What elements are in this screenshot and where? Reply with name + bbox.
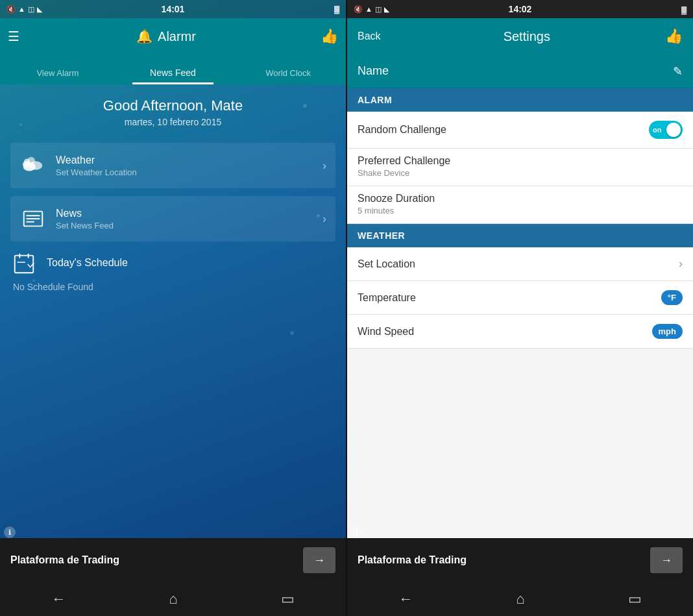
set-location-label: Set Location [358,258,679,270]
news-card-title: News [56,208,313,219]
news-card-subtitle: Set News Feed [56,221,313,230]
signal-icon: ◣ [37,5,42,14]
right-mute-icon: 🔇 [354,5,363,14]
right-battery-icon: ▓ [681,5,687,14]
date-text: martes, 10 febrero 2015 [10,117,335,127]
right-status-icons-left: 🔇 ▲ ◫ ◣ [354,5,389,14]
right-ad-arrow-icon: → [661,554,672,567]
snooze-duration-row[interactable]: Snooze Duration 5 minutes [347,186,693,224]
news-card[interactable]: News Set News Feed › [10,196,335,241]
right-ad-info-icon: ℹ [351,526,363,538]
sim-icon: ◫ [28,5,34,14]
random-challenge-toggle[interactable]: on [649,121,683,139]
left-main-content: Good Afternoon, Mate martes, 10 febrero … [0,84,346,538]
left-status-time: 14:01 [162,4,185,14]
set-location-arrow-icon: › [679,257,683,271]
svg-point-4 [27,157,34,164]
right-signal-icon: ◣ [384,5,389,14]
toggle-knob [666,123,681,137]
nav-back-icon[interactable]: ← [51,591,66,608]
right-top-bar: Back Settings 👍 [347,18,693,55]
like-icon-left[interactable]: 👍 [321,28,338,45]
right-nav-recents-icon[interactable]: ▭ [628,591,642,608]
wifi-icon: ▲ [18,5,25,13]
right-ad-text: Plataforma de Trading [358,554,650,566]
preferred-challenge-label: Preferred Challenge [358,155,683,167]
right-panel: 🔇 ▲ ◫ ◣ 14:02 ▓ Back Settings 👍 Name ✎ A… [347,0,693,616]
right-nav-home-icon[interactable]: ⌂ [516,591,524,608]
preferred-challenge-row[interactable]: Preferred Challenge Shake Device [347,149,693,186]
right-status-time: 14:02 [509,4,532,14]
news-card-arrow: › [322,212,326,226]
right-status-bar: 🔇 ▲ ◫ ◣ 14:02 ▓ [347,0,693,18]
left-ad-button[interactable]: → [303,547,335,573]
schedule-title: Today's Schedule [47,257,128,269]
random-challenge-row[interactable]: Random Challenge on [347,112,693,149]
name-label: Name [358,64,673,78]
alarm-section-header: ALARM [347,88,693,112]
left-nav-bar: ← ⌂ ▭ [0,582,346,616]
weather-card-text: Weather Set Weather Location [56,154,313,177]
snooze-duration-label: Snooze Duration [358,193,683,204]
random-challenge-label: Random Challenge [358,124,649,136]
left-status-bar: 🔇 ▲ ◫ ◣ 14:01 ▓ [0,0,346,18]
news-card-text: News Set News Feed [56,208,313,230]
right-like-icon[interactable]: 👍 [665,28,683,45]
temperature-row[interactable]: Temperature °F [347,281,693,315]
tab-view-alarm[interactable]: View Alarm [0,68,116,84]
greeting-text: Good Afternoon, Mate [10,97,335,114]
snooze-duration-sublabel: 5 minutes [358,206,683,216]
svg-rect-9 [15,256,34,273]
schedule-section: Today's Schedule No Schedule Found [10,249,335,292]
bell-icon: 🔔 [136,29,152,44]
settings-title: Settings [389,29,665,44]
weather-card-icon [19,152,47,179]
left-panel: 🔇 ▲ ◫ ◣ 14:01 ▓ ☰ 🔔 Alarmr 👍 View Alarm … [0,0,346,616]
weather-card-title: Weather [56,154,313,166]
right-ad-banner: ℹ Plataforma de Trading → [347,538,693,582]
left-tab-bar: View Alarm News Feed World Clock [0,55,346,84]
nav-home-icon[interactable]: ⌂ [169,591,177,608]
left-status-icons-right: ▓ [334,5,339,13]
right-ad-button[interactable]: → [650,547,683,573]
weather-card-subtitle: Set Weather Location [56,167,313,177]
left-ad-arrow-icon: → [313,554,325,567]
mute-icon: 🔇 [6,5,16,14]
left-ad-text: Plataforma de Trading [10,554,303,566]
temperature-label: Temperature [358,292,661,304]
news-card-icon [19,205,47,232]
left-status-icons-left: 🔇 ▲ ◫ ◣ [6,5,42,14]
preferred-challenge-sublabel: Shake Device [358,168,683,178]
wind-speed-unit-badge[interactable]: mph [652,324,683,339]
wind-speed-label: Wind Speed [358,326,652,338]
deco-dot-5 [290,331,294,335]
tab-news-feed[interactable]: News Feed [116,68,231,84]
deco-dot-2 [19,123,22,126]
toggle-on-label: on [653,126,661,134]
right-nav-back-icon[interactable]: ← [398,591,413,608]
set-location-row[interactable]: Set Location › [347,247,693,281]
app-title: 🔔 Alarmr [12,29,321,44]
tab-world-clock[interactable]: World Clock [230,68,346,84]
left-top-bar: ☰ 🔔 Alarmr 👍 [0,18,346,55]
deco-dot-4 [32,279,35,282]
weather-section-header: WEATHER [347,224,693,247]
schedule-header: Today's Schedule [10,249,335,277]
temperature-unit-badge[interactable]: °F [661,290,683,305]
weather-card[interactable]: Weather Set Weather Location › [10,143,335,188]
edit-name-icon[interactable]: ✎ [673,64,683,79]
wind-speed-row[interactable]: Wind Speed mph [347,315,693,349]
battery-icon: ▓ [334,5,339,13]
no-schedule-text: No Schedule Found [13,282,335,292]
right-nav-bar: ← ⌂ ▭ [347,582,693,616]
settings-body: Name ✎ ALARM Random Challenge on Preferr… [347,55,693,538]
right-sim-icon: ◫ [375,5,382,14]
app-name-label: Alarmr [158,29,196,44]
name-row[interactable]: Name ✎ [347,55,693,88]
deco-dot-1 [303,104,307,108]
weather-card-arrow: › [322,159,326,173]
back-button[interactable]: Back [358,31,381,42]
right-wifi-icon: ▲ [365,5,372,13]
nav-recents-icon[interactable]: ▭ [281,591,295,608]
schedule-card-icon [10,249,38,277]
